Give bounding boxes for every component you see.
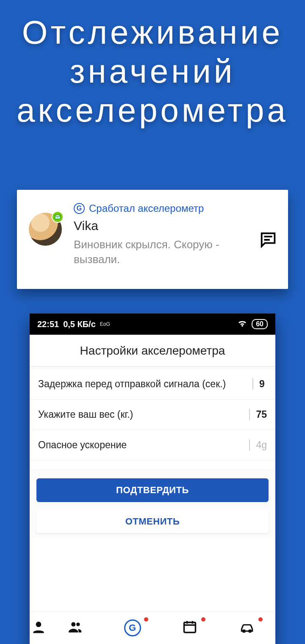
setting-weight-label: Укажите ваш вес (кг.) (38, 409, 133, 420)
app-g-icon: G (74, 203, 85, 214)
bottom-nav: G (30, 611, 275, 644)
wifi-icon (237, 318, 247, 330)
cancel-button[interactable]: ОТМЕНИТЬ (36, 510, 269, 533)
svg-point-2 (71, 622, 75, 626)
setting-delay-label: Задержка перед отправкой сигнала (сек.) (38, 378, 226, 390)
battery-indicator: 60 (252, 319, 268, 329)
people-icon (67, 619, 83, 637)
status-net-speed: 0,5 КБ/с (63, 319, 96, 329)
promo-heading: Отслеживание значений акселерометра (0, 0, 305, 130)
heading-line-1: Отслеживание (0, 13, 305, 52)
avatar-wrap (29, 213, 62, 246)
confirm-button[interactable]: ПОДТВЕРДИТЬ (36, 478, 269, 502)
screen-title: Настройки акселерометра (30, 335, 275, 366)
svg-point-3 (76, 622, 80, 626)
reply-button[interactable] (258, 230, 278, 251)
notification-header-text: Сработал акселерометр (89, 203, 204, 214)
setting-weight-value: 75 (249, 409, 267, 420)
status-bar: 22:51 0,5 КБ/с EoG 60 (30, 314, 275, 335)
notification-dot-icon (201, 617, 205, 622)
setting-acceleration[interactable]: Опасное ускорение 4g (30, 430, 275, 461)
notification-dot-icon (144, 617, 148, 622)
nav-car[interactable] (218, 611, 275, 644)
setting-weight[interactable]: Укажите ваш вес (кг.) 75 (30, 400, 275, 430)
nav-calendar[interactable] (161, 611, 218, 644)
person-icon (30, 619, 47, 637)
phone-frame: 22:51 0,5 КБ/с EoG 60 Настройки акселеро… (30, 314, 275, 644)
heading-line-3: акселерометра (0, 91, 305, 130)
nav-people[interactable] (47, 611, 104, 644)
notification-header: G Сработал акселерометр (74, 203, 255, 214)
svg-point-1 (36, 622, 42, 627)
setting-delay-value: 9 (252, 378, 267, 390)
notification-message: Виновник скрылся. Скорую - вызвали. (74, 237, 235, 267)
calendar-icon (182, 619, 198, 637)
svg-point-6 (249, 630, 251, 632)
heading-line-2: значений (0, 52, 305, 91)
svg-point-5 (243, 630, 245, 632)
setting-acceleration-value: 4g (249, 439, 267, 451)
g-logo-icon: G (124, 619, 141, 636)
notification-card[interactable]: G Сработал акселерометр Vika Виновник ск… (17, 190, 288, 289)
status-tag: EoG (100, 321, 110, 327)
svg-rect-4 (184, 622, 195, 632)
setting-acceleration-label: Опасное ускорение (38, 439, 127, 451)
car-icon (239, 619, 255, 637)
notification-sender: Vika (74, 219, 255, 233)
button-area: ПОДТВЕРДИТЬ ОТМЕНИТЬ (30, 468, 275, 537)
chat-icon (258, 244, 278, 251)
notification-dot-icon (258, 617, 263, 622)
settings-list: Задержка перед отправкой сигнала (сек.) … (30, 366, 275, 461)
nav-home[interactable]: G (104, 611, 161, 644)
nav-profile[interactable] (30, 611, 47, 644)
setting-delay[interactable]: Задержка перед отправкой сигнала (сек.) … (30, 369, 275, 400)
notification-body: G Сработал акселерометр Vika Виновник ск… (62, 203, 255, 267)
status-time: 22:51 (37, 319, 59, 329)
message-badge-icon (52, 211, 64, 223)
